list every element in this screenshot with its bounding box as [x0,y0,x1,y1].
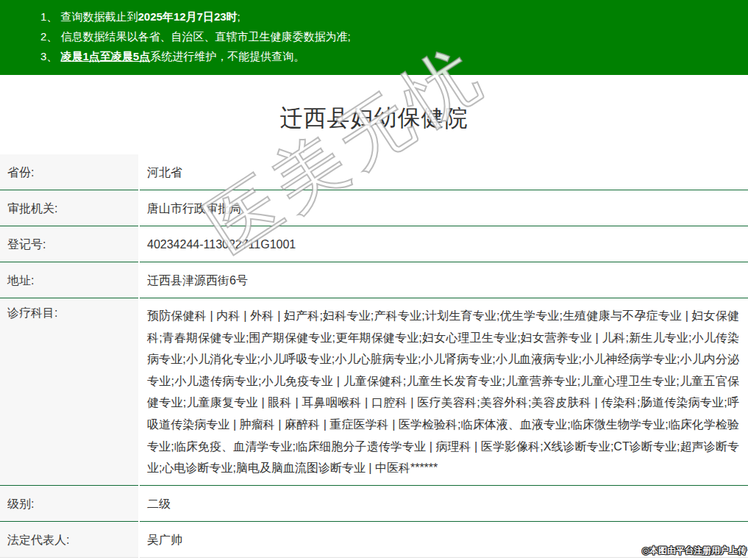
notice-1-bold: 2025年12月7日23时 [138,10,238,23]
notice-line-2: 2、 信息数据结果以各省、自治区、直辖市卫生健康委数据为准; [40,26,733,46]
field-label: 审批机关: [0,190,138,226]
field-label: 地址: [0,262,138,298]
notice-1-pre: 1、 查询数据截止到 [40,10,138,23]
table-row-legal-representative: 法定代表人: 吴广帅 [0,522,748,558]
field-label: 登记号: [0,226,138,262]
notice-3-bold: 凌晨1点至凌晨5点 [61,50,151,62]
notice-3-pre: 3、 [40,50,61,62]
table-row-treatment-subjects: 诊疗科目: 预防保健科 | 内科 | 外科 | 妇产科;妇科专业;产科专业;计划… [0,298,748,486]
notice-line-1: 1、 查询数据截止到2025年12月7日23时; [40,7,733,26]
table-row-province: 省份: 河北省 [0,154,748,190]
page-title: 迁西县妇幼保健院 [0,103,748,134]
field-value: 40234244-113022711G1001 [140,226,748,262]
uploader-watermark: ◎本图由平台注册用户上传 [642,545,747,557]
field-value: 河北省 [140,154,748,190]
field-value: 迁西县津源西街6号 [140,262,748,298]
field-value: 二级 [140,486,748,522]
notice-1-post: ; [238,10,241,23]
field-label: 省份: [0,154,138,190]
info-table: 省份: 河北省 审批机关: 唐山市行政审批局 登记号: 40234244-113… [0,154,748,558]
table-row-approval-authority: 审批机关: 唐山市行政审批局 [0,190,748,226]
field-label: 诊疗科目: [0,298,138,486]
field-label: 级别: [0,486,138,522]
notice-line-3: 3、 凌晨1点至凌晨5点系统进行维护，不能提供查询。 [40,46,733,66]
field-label: 法定代表人: [0,522,138,558]
table-row-level: 级别: 二级 [0,486,748,522]
table-row-registration-number: 登记号: 40234244-113022711G1001 [0,226,748,262]
notice-2-pre: 2、 信息数据结果以各省、自治区、直辖市卫生健康委数据为准; [40,30,351,43]
notice-3-post: 系统进行维护，不能提供查询。 [150,50,304,62]
table-row-address: 地址: 迁西县津源西街6号 [0,262,748,298]
field-value: 预防保健科 | 内科 | 外科 | 妇产科;妇科专业;产科专业;计划生育专业;优… [140,298,748,486]
field-value: 唐山市行政审批局 [140,190,748,226]
notice-bar: 1、 查询数据截止到2025年12月7日23时; 2、 信息数据结果以各省、自治… [0,0,748,75]
